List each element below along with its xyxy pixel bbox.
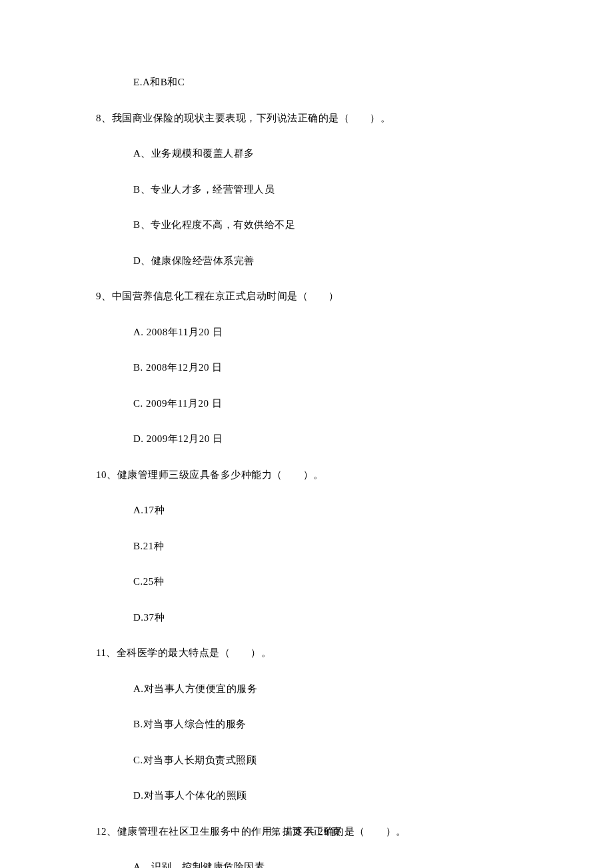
option-text: B. 2008年12月20 日 xyxy=(96,360,520,375)
option-text: E.A和B和C xyxy=(96,75,520,90)
option-text: A.17种 xyxy=(96,503,520,518)
option-text: C. 2009年11月20 日 xyxy=(96,396,520,411)
question-text: 9、中国营养信息化工程在京正式启动时间是（ ） xyxy=(96,289,520,304)
option-text: D.37种 xyxy=(96,610,520,625)
option-text: B.21种 xyxy=(96,539,520,554)
option-text: A、识别、控制健康危险因素 xyxy=(96,859,520,868)
question-text: 10、健康管理师三级应具备多少种能力（ ）。 xyxy=(96,467,520,483)
option-text: A、业务规模和覆盖人群多 xyxy=(96,146,520,161)
option-text: A. 2008年11月20 日 xyxy=(96,325,520,340)
option-text: D.对当事人个体化的照顾 xyxy=(96,788,520,803)
document-content: E.A和B和C 8、我国商业保险的现状主要表现，下列说法正确的是（ ）。 A、业… xyxy=(0,0,613,868)
option-text: C.对当事人长期负责式照顾 xyxy=(96,753,520,768)
question-text: 8、我国商业保险的现状主要表现，下列说法正确的是（ ）。 xyxy=(96,111,520,126)
option-text: B.对当事人综合性的服务 xyxy=(96,717,520,732)
option-text: C.25种 xyxy=(96,574,520,589)
option-text: D、健康保险经营体系完善 xyxy=(96,253,520,269)
option-text: D. 2009年12月20 日 xyxy=(96,431,520,447)
option-text: B、专业化程度不高，有效供给不足 xyxy=(96,217,520,233)
question-text: 11、全科医学的最大特点是（ ）。 xyxy=(96,645,520,661)
page-footer: 第 3 页 共 29 页 xyxy=(0,826,613,838)
option-text: A.对当事人方便便宜的服务 xyxy=(96,681,520,697)
option-text: B、专业人才多，经营管理人员 xyxy=(96,182,520,197)
